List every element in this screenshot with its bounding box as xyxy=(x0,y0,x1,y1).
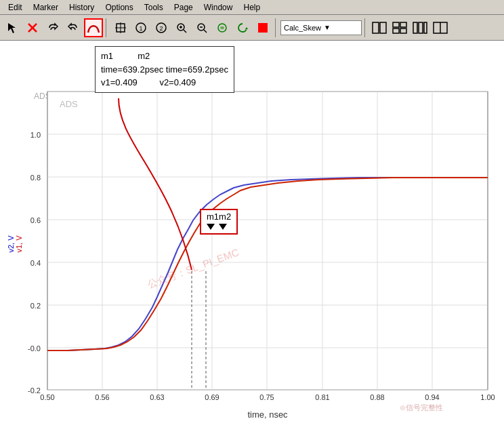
svg-text:2: 2 xyxy=(159,25,163,32)
svg-text:0.63: 0.63 xyxy=(150,393,164,401)
svg-rect-20 xyxy=(373,22,379,33)
layout1-btn[interactable] xyxy=(370,18,389,37)
sep1 xyxy=(106,18,108,37)
svg-text:1: 1 xyxy=(139,25,142,32)
svg-text:1.00: 1.00 xyxy=(480,393,495,401)
move-marker-btn[interactable] xyxy=(111,18,130,37)
plot-svg: -0.2 -0.0 0.2 0.4 0.6 0.8 1.0 0.50 0.56 … xyxy=(0,41,504,421)
svg-text:0.8: 0.8 xyxy=(30,174,41,182)
menu-window[interactable]: Window xyxy=(198,1,238,14)
menu-options[interactable]: Options xyxy=(100,1,138,14)
m2-v: v2=0.409 xyxy=(159,77,196,87)
svg-text:⊙信号完整性: ⊙信号完整性 xyxy=(400,403,443,412)
svg-text:v2, V: v2, V xyxy=(7,235,15,253)
svg-text:0.81: 0.81 xyxy=(315,393,329,401)
svg-text:0.2: 0.2 xyxy=(30,302,41,310)
svg-text:v1, V: v1, V xyxy=(15,235,23,253)
undo-btn[interactable] xyxy=(43,18,62,37)
svg-text:0.88: 0.88 xyxy=(370,393,384,401)
svg-text:-0.2: -0.2 xyxy=(28,386,41,395)
svg-rect-24 xyxy=(393,28,399,33)
menu-history[interactable]: History xyxy=(64,1,100,14)
svg-rect-23 xyxy=(400,22,406,27)
calc-dropdown[interactable]: Calc_Skew ▼ xyxy=(280,20,362,35)
svg-text:0.56: 0.56 xyxy=(95,393,109,401)
svg-text:0.6: 0.6 xyxy=(30,216,41,224)
svg-marker-18 xyxy=(245,27,248,29)
svg-rect-21 xyxy=(380,22,386,33)
svg-marker-0 xyxy=(8,23,16,33)
svg-rect-25 xyxy=(400,28,406,33)
svg-rect-28 xyxy=(424,22,427,33)
marker-info-box: m1 m2 time=639.2psec time=659.2psec v1=0… xyxy=(95,46,234,93)
menu-marker[interactable]: Marker xyxy=(28,1,64,14)
svg-text:ADS: ADS xyxy=(60,99,78,109)
svg-rect-31 xyxy=(47,92,488,390)
zoom-out-btn[interactable] xyxy=(192,18,211,37)
svg-text:0.4: 0.4 xyxy=(30,259,41,267)
dropdown-arrow-icon: ▼ xyxy=(324,24,331,31)
marker2-arrow-icon xyxy=(219,224,227,230)
svg-rect-26 xyxy=(413,22,417,33)
svg-rect-22 xyxy=(393,22,399,27)
plot-area: ADS m1 m2 time=639.2psec time=659.2psec … xyxy=(0,41,504,421)
m1-label: m1 xyxy=(101,51,113,61)
svg-rect-19 xyxy=(258,23,268,33)
sep2 xyxy=(275,18,278,37)
menu-tools[interactable]: Tools xyxy=(139,1,169,14)
layout2-btn[interactable] xyxy=(390,18,409,37)
svg-line-15 xyxy=(204,30,207,33)
m1-v: v1=0.409 xyxy=(101,77,138,87)
calc-dropdown-value: Calc_Skew xyxy=(284,24,321,32)
delete-btn[interactable] xyxy=(23,18,42,37)
fit-btn[interactable] xyxy=(213,18,232,37)
redo-btn[interactable] xyxy=(64,18,83,37)
layout4-btn[interactable] xyxy=(431,18,450,37)
sep3 xyxy=(364,18,367,37)
svg-text:0.50: 0.50 xyxy=(40,393,54,401)
svg-rect-27 xyxy=(419,22,423,33)
svg-text:0.94: 0.94 xyxy=(425,393,439,401)
menu-edit[interactable]: Edit xyxy=(3,1,28,14)
m2-time: time=659.2psec xyxy=(166,64,228,75)
layout3-btn[interactable] xyxy=(411,18,429,37)
svg-text:time, nsec: time, nsec xyxy=(247,409,288,420)
svg-text:-0.0: -0.0 xyxy=(28,344,41,353)
svg-text:0.75: 0.75 xyxy=(259,393,274,401)
menu-help[interactable]: Help xyxy=(238,1,266,14)
cursor-tool-btn[interactable] xyxy=(3,18,22,37)
stop-btn[interactable] xyxy=(253,18,272,37)
zoom-in-btn[interactable] xyxy=(172,18,191,37)
marker2-btn[interactable]: 2 xyxy=(152,18,171,37)
marker1-btn[interactable]: 1 xyxy=(131,18,150,37)
marker-m1m2-label: m1m2 xyxy=(207,212,231,222)
svg-line-11 xyxy=(184,30,186,33)
refresh-btn[interactable] xyxy=(233,18,252,37)
marker-label-box: m1m2 xyxy=(200,209,238,235)
m2-label: m2 xyxy=(138,51,150,61)
toolbar: 1 2 xyxy=(0,15,504,41)
svg-text:0.69: 0.69 xyxy=(205,393,219,401)
marker1-arrow-icon xyxy=(207,224,215,230)
svg-text:1.0: 1.0 xyxy=(30,131,41,139)
menubar: Edit Marker History Options Tools Page W… xyxy=(0,0,504,15)
m1-time: time=639.2psec xyxy=(101,64,163,75)
menu-page[interactable]: Page xyxy=(169,1,198,14)
curve-btn[interactable] xyxy=(84,18,103,37)
